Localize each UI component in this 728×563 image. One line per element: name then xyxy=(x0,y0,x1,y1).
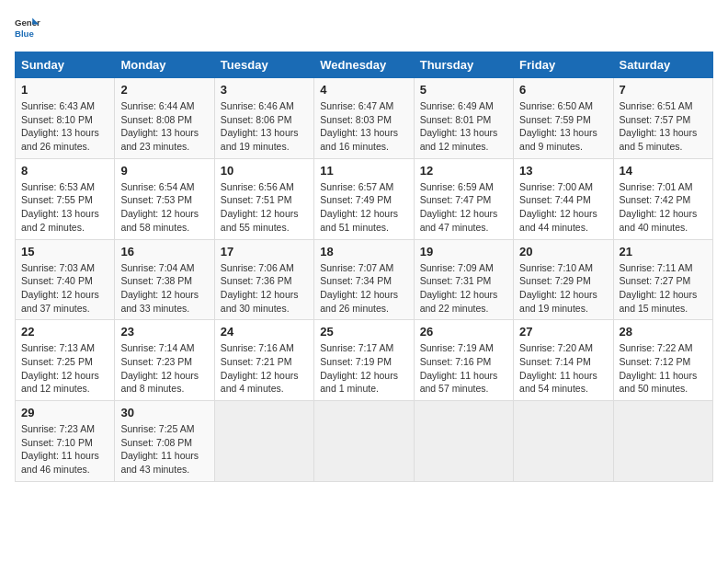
day-number: 17 xyxy=(221,245,308,259)
calendar-cell: 13Sunrise: 7:00 AMSunset: 7:44 PMDayligh… xyxy=(514,158,613,239)
calendar-cell: 26Sunrise: 7:19 AMSunset: 7:16 PMDayligh… xyxy=(414,320,513,401)
day-info: Sunrise: 7:06 AMSunset: 7:36 PMDaylight:… xyxy=(221,262,299,314)
day-number: 6 xyxy=(519,83,607,97)
day-number: 16 xyxy=(120,245,208,259)
day-info: Sunrise: 7:04 AMSunset: 7:38 PMDaylight:… xyxy=(120,262,199,314)
calendar-cell: 4Sunrise: 6:47 AMSunset: 8:03 PMDaylight… xyxy=(314,78,414,159)
calendar-cell xyxy=(314,401,414,482)
calendar-cell: 23Sunrise: 7:14 AMSunset: 7:23 PMDayligh… xyxy=(115,320,214,401)
day-info: Sunrise: 7:13 AMSunset: 7:25 PMDaylight:… xyxy=(21,342,99,394)
calendar-cell: 27Sunrise: 7:20 AMSunset: 7:14 PMDayligh… xyxy=(514,320,613,401)
day-number: 13 xyxy=(519,164,607,178)
day-number: 28 xyxy=(620,325,707,339)
day-info: Sunrise: 7:20 AMSunset: 7:14 PMDaylight:… xyxy=(519,342,597,394)
calendar-cell xyxy=(214,401,313,482)
day-number: 10 xyxy=(221,164,308,178)
day-info: Sunrise: 7:09 AMSunset: 7:31 PMDaylight:… xyxy=(420,262,498,314)
calendar-cell: 30Sunrise: 7:25 AMSunset: 7:08 PMDayligh… xyxy=(115,401,214,482)
day-number: 14 xyxy=(620,164,707,178)
calendar-cell: 18Sunrise: 7:07 AMSunset: 7:34 PMDayligh… xyxy=(314,239,414,320)
day-number: 5 xyxy=(420,83,507,97)
day-number: 4 xyxy=(320,83,407,97)
day-info: Sunrise: 6:43 AMSunset: 8:10 PMDaylight:… xyxy=(21,100,99,152)
calendar-cell: 1Sunrise: 6:43 AMSunset: 8:10 PMDaylight… xyxy=(16,78,115,159)
day-number: 25 xyxy=(320,325,407,339)
day-number: 21 xyxy=(620,245,707,259)
calendar-cell: 8Sunrise: 6:53 AMSunset: 7:55 PMDaylight… xyxy=(16,158,115,239)
calendar-cell: 2Sunrise: 6:44 AMSunset: 8:08 PMDaylight… xyxy=(115,78,214,159)
day-info: Sunrise: 6:59 AMSunset: 7:47 PMDaylight:… xyxy=(420,181,498,233)
calendar-cell: 20Sunrise: 7:10 AMSunset: 7:29 PMDayligh… xyxy=(514,239,613,320)
day-number: 24 xyxy=(221,325,308,339)
calendar-week-2: 15Sunrise: 7:03 AMSunset: 7:40 PMDayligh… xyxy=(16,239,713,320)
calendar-cell: 11Sunrise: 6:57 AMSunset: 7:49 PMDayligh… xyxy=(314,158,414,239)
logo-icon: General Blue xyxy=(15,15,40,40)
calendar-cell: 10Sunrise: 6:56 AMSunset: 7:51 PMDayligh… xyxy=(214,158,313,239)
day-info: Sunrise: 7:11 AMSunset: 7:27 PMDaylight:… xyxy=(620,262,698,314)
calendar-cell: 19Sunrise: 7:09 AMSunset: 7:31 PMDayligh… xyxy=(414,239,513,320)
day-info: Sunrise: 6:54 AMSunset: 7:53 PMDaylight:… xyxy=(120,181,199,233)
day-info: Sunrise: 7:10 AMSunset: 7:29 PMDaylight:… xyxy=(519,262,597,314)
calendar-cell: 12Sunrise: 6:59 AMSunset: 7:47 PMDayligh… xyxy=(414,158,513,239)
day-number: 3 xyxy=(221,83,308,97)
day-info: Sunrise: 6:51 AMSunset: 7:57 PMDaylight:… xyxy=(620,100,698,152)
day-info: Sunrise: 7:00 AMSunset: 7:44 PMDaylight:… xyxy=(519,181,597,233)
calendar-cell: 22Sunrise: 7:13 AMSunset: 7:25 PMDayligh… xyxy=(16,320,115,401)
day-info: Sunrise: 7:17 AMSunset: 7:19 PMDaylight:… xyxy=(320,342,398,394)
page-header: General Blue xyxy=(15,15,713,40)
calendar-cell: 9Sunrise: 6:54 AMSunset: 7:53 PMDaylight… xyxy=(115,158,214,239)
day-info: Sunrise: 7:23 AMSunset: 7:10 PMDaylight:… xyxy=(21,423,99,475)
logo: General Blue xyxy=(15,15,40,40)
calendar-cell: 24Sunrise: 7:16 AMSunset: 7:21 PMDayligh… xyxy=(214,320,313,401)
day-info: Sunrise: 7:03 AMSunset: 7:40 PMDaylight:… xyxy=(21,262,99,314)
calendar-cell: 17Sunrise: 7:06 AMSunset: 7:36 PMDayligh… xyxy=(214,239,313,320)
day-info: Sunrise: 6:53 AMSunset: 7:55 PMDaylight:… xyxy=(21,181,99,233)
calendar-week-4: 29Sunrise: 7:23 AMSunset: 7:10 PMDayligh… xyxy=(16,401,713,482)
day-number: 22 xyxy=(21,325,108,339)
weekday-header-sunday: Sunday xyxy=(16,52,115,78)
calendar-week-1: 8Sunrise: 6:53 AMSunset: 7:55 PMDaylight… xyxy=(16,158,713,239)
day-number: 30 xyxy=(120,406,208,419)
day-number: 8 xyxy=(21,164,108,178)
calendar-cell: 5Sunrise: 6:49 AMSunset: 8:01 PMDaylight… xyxy=(414,78,513,159)
day-number: 29 xyxy=(21,406,108,419)
weekday-header-thursday: Thursday xyxy=(414,52,513,78)
day-info: Sunrise: 7:16 AMSunset: 7:21 PMDaylight:… xyxy=(221,342,299,394)
day-info: Sunrise: 7:01 AMSunset: 7:42 PMDaylight:… xyxy=(620,181,698,233)
calendar-cell: 16Sunrise: 7:04 AMSunset: 7:38 PMDayligh… xyxy=(115,239,214,320)
day-info: Sunrise: 6:50 AMSunset: 7:59 PMDaylight:… xyxy=(519,100,597,152)
day-info: Sunrise: 6:47 AMSunset: 8:03 PMDaylight:… xyxy=(320,100,398,152)
calendar-cell: 25Sunrise: 7:17 AMSunset: 7:19 PMDayligh… xyxy=(314,320,414,401)
calendar-week-0: 1Sunrise: 6:43 AMSunset: 8:10 PMDaylight… xyxy=(16,78,713,159)
weekday-header-wednesday: Wednesday xyxy=(314,52,414,78)
day-info: Sunrise: 6:57 AMSunset: 7:49 PMDaylight:… xyxy=(320,181,398,233)
calendar-cell: 6Sunrise: 6:50 AMSunset: 7:59 PMDaylight… xyxy=(514,78,613,159)
calendar-cell: 14Sunrise: 7:01 AMSunset: 7:42 PMDayligh… xyxy=(613,158,712,239)
day-number: 26 xyxy=(420,325,507,339)
day-number: 1 xyxy=(21,83,108,97)
day-number: 15 xyxy=(21,245,108,259)
day-info: Sunrise: 6:49 AMSunset: 8:01 PMDaylight:… xyxy=(420,100,498,152)
calendar-cell: 3Sunrise: 6:46 AMSunset: 8:06 PMDaylight… xyxy=(214,78,313,159)
day-info: Sunrise: 7:22 AMSunset: 7:12 PMDaylight:… xyxy=(620,342,698,394)
day-number: 11 xyxy=(320,164,407,178)
weekday-header-tuesday: Tuesday xyxy=(214,52,313,78)
calendar-cell: 7Sunrise: 6:51 AMSunset: 7:57 PMDaylight… xyxy=(613,78,712,159)
weekday-header-saturday: Saturday xyxy=(613,52,712,78)
day-number: 18 xyxy=(320,245,407,259)
day-info: Sunrise: 7:25 AMSunset: 7:08 PMDaylight:… xyxy=(120,423,199,475)
day-number: 23 xyxy=(120,325,208,339)
calendar-cell: 21Sunrise: 7:11 AMSunset: 7:27 PMDayligh… xyxy=(613,239,712,320)
calendar-cell: 28Sunrise: 7:22 AMSunset: 7:12 PMDayligh… xyxy=(613,320,712,401)
calendar-cell xyxy=(414,401,513,482)
calendar-cell: 15Sunrise: 7:03 AMSunset: 7:40 PMDayligh… xyxy=(16,239,115,320)
weekday-header-monday: Monday xyxy=(115,52,214,78)
calendar-table: SundayMondayTuesdayWednesdayThursdayFrid… xyxy=(15,52,713,482)
day-info: Sunrise: 7:19 AMSunset: 7:16 PMDaylight:… xyxy=(420,342,498,394)
calendar-cell xyxy=(514,401,613,482)
day-info: Sunrise: 6:46 AMSunset: 8:06 PMDaylight:… xyxy=(221,100,299,152)
calendar-cell: 29Sunrise: 7:23 AMSunset: 7:10 PMDayligh… xyxy=(16,401,115,482)
day-number: 20 xyxy=(519,245,607,259)
day-info: Sunrise: 7:07 AMSunset: 7:34 PMDaylight:… xyxy=(320,262,398,314)
day-number: 19 xyxy=(420,245,507,259)
